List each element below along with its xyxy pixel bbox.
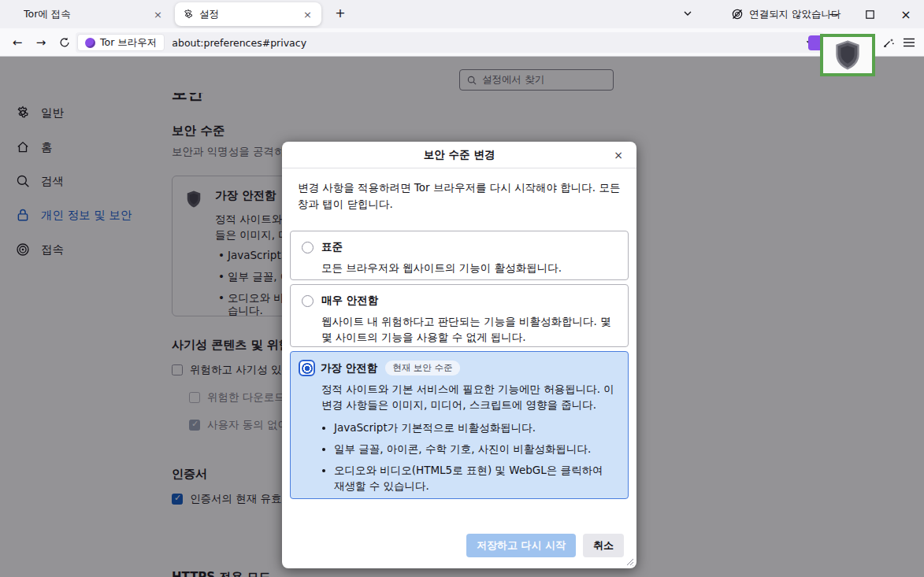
tab-settings[interactable]: 설정 × — [175, 2, 321, 26]
radio-selected[interactable] — [299, 360, 315, 376]
dialog-footer: 저장하고 다시 시작 취소 — [466, 534, 624, 557]
option-bullets: JavaScript가 기본적으로 비활성화됩니다. 일부 글꼴, 아이콘, 수… — [334, 420, 617, 494]
url-text[interactable]: about:preferences#privacy — [172, 37, 806, 49]
onion-icon — [85, 38, 95, 48]
security-shield-highlight[interactable] — [820, 34, 875, 76]
option-bullet: JavaScript가 기본적으로 비활성화됩니다. — [334, 420, 617, 435]
dialog-title: 보안 수준 변경 — [424, 148, 495, 162]
reload-icon — [59, 37, 70, 48]
forward-button[interactable]: → — [30, 31, 52, 54]
minimize-button[interactable] — [815, 0, 852, 28]
back-button[interactable]: ← — [6, 31, 28, 54]
tab-bar: Tor에 접속 × 설정 × + 연결되지 않았습니다 × — [0, 0, 924, 28]
option-bullet: 일부 글꼴, 아이콘, 수학 기호, 사진이 비활성화됩니다. — [334, 441, 617, 457]
url-bar[interactable]: Tor 브라우저 about:preferences#privacy — [76, 32, 824, 53]
new-identity-button[interactable] — [878, 31, 900, 54]
tab-title: Tor에 접속 — [24, 8, 150, 21]
save-restart-button[interactable]: 저장하고 다시 시작 — [466, 534, 576, 557]
identity-label: Tor 브라우저 — [100, 36, 157, 50]
option-desc: 정적 사이트와 기본 서비스에 필요한 기능에만 허용됩니다. 이 변경 사항들… — [321, 381, 617, 413]
maximize-button[interactable] — [852, 0, 888, 28]
menu-button[interactable] — [898, 31, 920, 54]
shield-icon — [833, 39, 862, 71]
option-safest-selected[interactable]: 가장 안전함 현재 보안 수준 정적 사이트와 기본 서비스에 필요한 기능에만… — [290, 351, 629, 499]
gear-icon — [183, 9, 194, 20]
radio-unselected[interactable] — [302, 242, 314, 253]
tab-tor-connect[interactable]: Tor에 접속 × — [0, 0, 173, 28]
option-safer[interactable]: 매우 안전함 웹사이트 내 위험하다고 판단되는 기능을 비활성화합니다. 몇몇… — [290, 284, 629, 347]
current-level-badge: 현재 보안 수준 — [385, 361, 459, 375]
window-controls: × — [815, 0, 924, 28]
cancel-button[interactable]: 취소 — [583, 534, 624, 557]
dialog-close-icon[interactable]: × — [610, 147, 626, 163]
tab-title: 설정 — [199, 8, 300, 21]
page-content: 설정에서 찾기 일반 홈 검색 개인 정보 및 보안 접속 — [0, 57, 924, 577]
broom-icon — [882, 36, 895, 49]
option-bullet: 오디오와 비디오(HTML5로 표현) 및 WebGL은 클릭하여 재생할 수 … — [334, 462, 617, 494]
tab-list-chevron-icon[interactable] — [682, 8, 693, 19]
option-label: 가장 안전함 — [321, 361, 377, 375]
close-window-button[interactable]: × — [888, 0, 924, 28]
reload-button[interactable] — [54, 31, 76, 54]
tab-close-icon[interactable]: × — [150, 9, 165, 20]
resize-grip[interactable] — [625, 557, 634, 566]
security-level-button-fragment[interactable] — [808, 35, 821, 50]
navigation-toolbar: ← → Tor 브라우저 about:preferences#privacy — [0, 28, 924, 57]
option-label: 매우 안전함 — [321, 294, 378, 308]
new-tab-button[interactable]: + — [331, 6, 350, 22]
hamburger-icon — [904, 38, 915, 47]
option-desc: 모든 브라우저와 웹사이트의 기능이 활성화됩니다. — [321, 260, 617, 276]
dialog-header: 보안 수준 변경 × — [282, 142, 636, 168]
tab-close-icon[interactable]: × — [300, 9, 315, 20]
dialog-intro-text: 변경 사항을 적용하려면 Tor 브라우저를 다시 시작해야 합니다. 모든 창… — [298, 179, 622, 213]
security-level-dialog: 보안 수준 변경 × 변경 사항을 적용하려면 Tor 브라우저를 다시 시작해… — [282, 142, 636, 568]
not-connected-icon — [731, 8, 744, 20]
option-standard[interactable]: 표준 모든 브라우저와 웹사이트의 기능이 활성화됩니다. — [290, 231, 629, 280]
option-desc: 웹사이트 내 위험하다고 판단되는 기능을 비활성화합니다. 몇몇 사이트의 기… — [321, 313, 617, 346]
radio-unselected[interactable] — [302, 295, 314, 307]
option-label: 표준 — [321, 240, 343, 254]
site-identity-chip[interactable]: Tor 브라우저 — [77, 34, 165, 51]
